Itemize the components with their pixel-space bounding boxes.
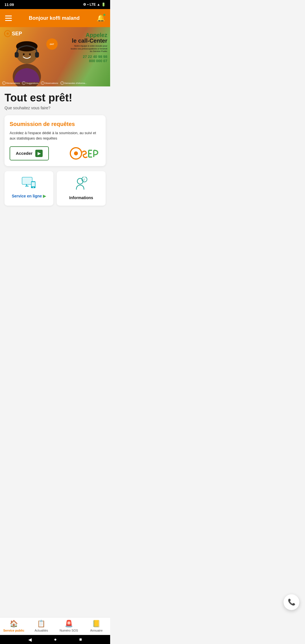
hero-title: Tout est prêt! (5, 92, 106, 104)
svg-point-23 (33, 187, 34, 188)
badge-247: 24/7 (46, 38, 58, 50)
badge-247-text: 24/7 (50, 43, 54, 45)
svg-text:i: i (84, 178, 84, 181)
banner-right-text: Appelez le call-Center Notre équipe à vo… (71, 32, 107, 63)
svg-point-8 (23, 53, 25, 55)
service-en-ligne-card[interactable]: Service en ligne ▶ (5, 171, 53, 206)
signal-icon: ▲ (97, 3, 100, 6)
menu-button[interactable] (5, 16, 12, 21)
acceder-button[interactable]: Acceder ▶ (10, 146, 49, 160)
hero-subtitle: Que souhaitez vous faire? (5, 106, 106, 110)
notification-button[interactable]: 🔔 (97, 14, 105, 22)
informations-card[interactable]: i Informations (57, 171, 106, 206)
top-nav-bar: Bonjour koffi maland 🔔 (0, 9, 110, 27)
main-content: Tout est prêt! Que souhaitez vous faire?… (0, 86, 110, 206)
arrow-icon: ▶ (35, 150, 43, 157)
soumission-card: Soumission de requêtes Accédez à l'espac… (5, 115, 106, 166)
notre-equipe-text: Notre équipe à votre écoute pour toutes … (71, 45, 107, 53)
soumission-description: Accédez à l'espace dédié à la soumission… (10, 130, 101, 141)
svg-point-24 (77, 178, 83, 184)
tag-suggestions: ✓ Suggestions (22, 81, 38, 85)
tag-observations: ✓ Observations (41, 81, 58, 85)
play-icon: ▶ (43, 194, 46, 198)
acceder-label: Acceder (16, 151, 32, 156)
banner-person (8, 33, 45, 86)
service-en-ligne-label: Service en ligne ▶ (12, 194, 46, 198)
svg-point-9 (29, 53, 31, 55)
svg-point-11 (74, 151, 78, 155)
dot-icon: • (87, 3, 88, 6)
tag-reclamations: ✓ Réclamations (2, 81, 20, 85)
banner-slide: SEP (0, 27, 110, 86)
time-display: 11:09 (5, 3, 14, 7)
tag-demandes: ✓ Demandes d'informa... (60, 81, 87, 85)
phone-number-1: 27 22 40 98 98 800 000 07 (71, 55, 107, 63)
battery-icon: 🔋 (101, 3, 106, 6)
svg-rect-6 (15, 52, 19, 58)
info-person-icon: i (75, 177, 87, 192)
informations-label: Informations (69, 195, 93, 200)
status-bar: 11:09 ⚙ • LTE ▲ 🔋 (0, 0, 110, 9)
notification-dot (103, 14, 106, 16)
soumission-title: Soumission de requêtes (10, 121, 101, 127)
status-icons: ⚙ • LTE ▲ 🔋 (83, 3, 106, 6)
page-title: Bonjour koffi maland (29, 15, 80, 21)
carousel: SEP (0, 27, 110, 86)
monitor-phone-icon (22, 177, 36, 190)
banner-tags: ✓ Réclamations ✓ Suggestions ✓ Observati… (0, 81, 110, 85)
call-center-text: le call-Center (71, 38, 107, 43)
osep-logo (69, 147, 101, 160)
svg-rect-7 (35, 52, 39, 58)
service-cards-row: Service en ligne ▶ i Informations (5, 171, 106, 206)
svg-rect-18 (22, 177, 32, 184)
settings-icon: ⚙ (83, 3, 86, 6)
lte-label: LTE (90, 3, 96, 6)
svg-rect-22 (31, 182, 35, 186)
soumission-footer: Acceder ▶ (10, 146, 101, 160)
appelez-text: Appelez (71, 32, 107, 38)
